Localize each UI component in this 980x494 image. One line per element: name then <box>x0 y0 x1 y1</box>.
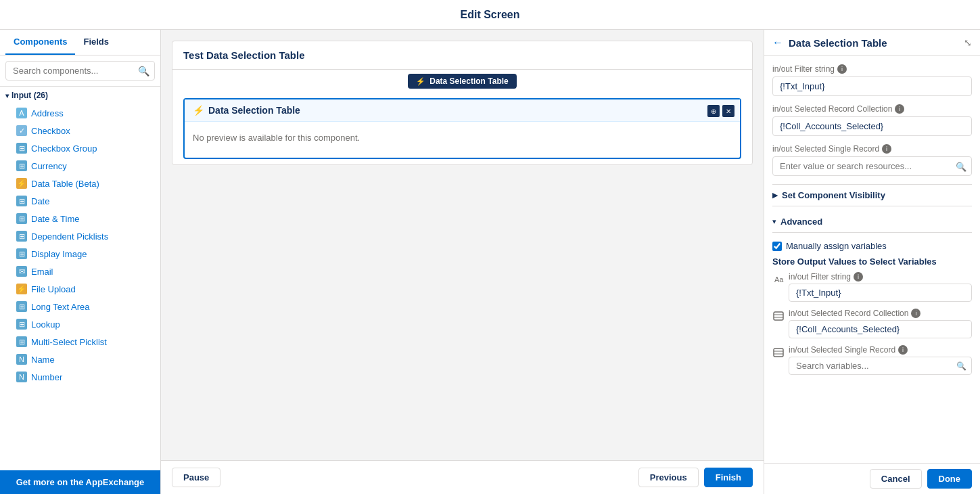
appexchange-banner[interactable]: Get more on the AppExchange <box>0 470 160 494</box>
search-container: 🔍 <box>0 55 160 87</box>
store-single-record-input[interactable] <box>789 357 972 375</box>
done-button[interactable]: Done <box>927 469 973 489</box>
component-item-dependent-picklists[interactable]: ⊞ Dependent Picklists <box>0 227 160 245</box>
filter-string-label: in/out Filter string i <box>772 64 972 74</box>
component-item-email[interactable]: ✉ Email <box>0 263 160 280</box>
cancel-button[interactable]: Cancel <box>870 469 922 489</box>
store-single-record-info-icon[interactable]: i <box>898 345 908 355</box>
component-item-data-table-beta[interactable]: ⚡ Data Table (Beta) <box>0 175 160 192</box>
component-dropzone-header: ⚡ Data Selection Table <box>185 99 740 122</box>
delete-component-icon[interactable]: ✕ <box>722 105 734 117</box>
panel-body: in/out Filter string i in/out Selected R… <box>764 56 980 463</box>
component-tab-data-selection[interactable]: ⚡ Data Selection Table <box>408 74 516 89</box>
component-tab-bar: ⚡ Data Selection Table <box>172 70 752 93</box>
panel-expand-icon[interactable]: ⤡ <box>964 37 972 48</box>
filter-string-info-icon[interactable]: i <box>837 64 847 74</box>
advanced-section-header[interactable]: ▾ Advanced <box>772 211 972 233</box>
filter-string-input[interactable] <box>772 76 972 96</box>
component-item-checkbox[interactable]: ✓ Checkbox <box>0 122 160 139</box>
no-preview-text: No preview is available for this compone… <box>185 122 740 154</box>
store-single-record-search-icon[interactable]: 🔍 <box>956 361 966 371</box>
search-icon[interactable]: 🔍 <box>138 66 149 76</box>
selected-record-collection-input[interactable] <box>772 116 972 136</box>
component-label-date: Date <box>31 196 49 206</box>
category-label: Input (26) <box>11 91 48 100</box>
store-filter-string-input[interactable] <box>789 284 972 302</box>
panel-back-button[interactable]: ← <box>772 37 783 49</box>
component-label-display-image: Display Image <box>31 249 87 259</box>
manually-assign-row: Manually assign variables <box>772 238 972 256</box>
selected-single-record-label: in/out Selected Single Record i <box>772 144 972 154</box>
previous-button[interactable]: Previous <box>638 468 699 487</box>
component-item-date-time[interactable]: ⊞ Date & Time <box>0 210 160 227</box>
store-single-record-content: in/out Selected Single Record i 🔍 <box>789 345 972 375</box>
store-record-collection-label: in/out Selected Record Collection i <box>789 309 972 318</box>
svg-rect-1 <box>774 312 783 320</box>
long-text-area-icon: ⊞ <box>16 301 27 312</box>
advanced-chevron: ▾ <box>772 217 776 226</box>
component-item-number[interactable]: N Number <box>0 368 160 386</box>
selected-record-collection-info-icon[interactable]: i <box>895 104 904 114</box>
component-label-date-time: Date & Time <box>31 214 80 224</box>
store-filter-string-type-icon: Aa <box>772 273 785 286</box>
component-tab-label: Data Selection Table <box>429 76 508 86</box>
sidebar-tabs: Components Fields <box>0 30 160 55</box>
store-record-collection-info-icon[interactable]: i <box>911 309 920 318</box>
selected-single-record-info-icon[interactable]: i <box>882 144 891 154</box>
component-item-long-text-area[interactable]: ⊞ Long Text Area <box>0 298 160 315</box>
component-item-file-upload[interactable]: ⚡ File Upload <box>0 280 160 298</box>
filter-string-field-group: in/out Filter string i <box>772 64 972 96</box>
store-single-record-label: in/out Selected Single Record i <box>789 345 972 355</box>
pause-button[interactable]: Pause <box>172 468 220 487</box>
component-label-file-upload: File Upload <box>31 284 76 294</box>
component-label-checkbox: Checkbox <box>31 126 70 136</box>
dropzone-flash-icon: ⚡ <box>193 105 204 116</box>
component-item-checkbox-group[interactable]: ⊞ Checkbox Group <box>0 139 160 157</box>
finish-button[interactable]: Finish <box>704 468 753 487</box>
component-item-display-image[interactable]: ⊞ Display Image <box>0 245 160 263</box>
set-component-visibility-title: Set Component Visibility <box>782 190 885 200</box>
store-single-record-type-icon <box>772 346 785 359</box>
manually-assign-checkbox[interactable] <box>772 242 782 251</box>
canvas-footer: Pause Previous Finish <box>161 460 764 494</box>
left-sidebar: Components Fields 🔍 ▾ Input (26) A Addre… <box>0 30 161 494</box>
component-item-currency[interactable]: ⊞ Currency <box>0 157 160 175</box>
email-icon: ✉ <box>16 266 27 277</box>
page-title: Edit Screen <box>460 9 519 21</box>
store-filter-string-row: Aa in/out Filter string i <box>772 272 972 302</box>
component-item-name[interactable]: N Name <box>0 351 160 368</box>
store-record-collection-type-icon <box>772 310 785 322</box>
display-image-icon: ⊞ <box>16 248 27 259</box>
number-icon: N <box>16 372 27 382</box>
component-item-lookup[interactable]: ⊞ Lookup <box>0 315 160 333</box>
search-input[interactable] <box>5 61 155 81</box>
multi-select-picklist-icon: ⊞ <box>16 336 27 347</box>
component-label-currency: Currency <box>31 161 67 171</box>
selected-single-record-search-icon[interactable]: 🔍 <box>956 161 966 171</box>
store-record-collection-input[interactable] <box>789 320 972 338</box>
tab-components[interactable]: Components <box>5 30 75 55</box>
component-label-name: Name <box>31 355 55 365</box>
component-item-date[interactable]: ⊞ Date <box>0 192 160 210</box>
canvas-area: Test Data Selection Table ⚡ Data Selecti… <box>161 30 764 494</box>
svg-rect-4 <box>774 349 783 357</box>
component-label-address: Address <box>31 108 64 118</box>
panel-title: Data Selection Table <box>789 37 964 49</box>
selected-single-record-input[interactable] <box>772 156 972 176</box>
category-header[interactable]: ▾ Input (26) <box>0 87 160 104</box>
drag-handle-icon[interactable]: ⊕ <box>707 105 720 117</box>
date-icon: ⊞ <box>16 196 27 206</box>
tab-fields[interactable]: Fields <box>75 30 117 55</box>
store-filter-string-info-icon[interactable]: i <box>854 272 863 282</box>
set-component-visibility-header[interactable]: ▶ Set Component Visibility <box>772 184 972 206</box>
file-upload-icon: ⚡ <box>16 284 27 294</box>
component-item-multi-select-picklist[interactable]: ⊞ Multi-Select Picklist <box>0 333 160 351</box>
component-item-address[interactable]: A Address <box>0 104 160 122</box>
component-label-email: Email <box>31 267 53 277</box>
selected-record-collection-field-group: in/out Selected Record Collection i <box>772 104 972 136</box>
component-dropzone: ⚡ Data Selection Table ⊕ ✕ No preview is… <box>183 98 741 159</box>
data-table-icon: ⚡ <box>16 178 27 189</box>
manually-assign-label: Manually assign variables <box>786 241 887 251</box>
selected-record-collection-label: in/out Selected Record Collection i <box>772 104 972 114</box>
dropzone-title: Data Selection Table <box>208 105 300 116</box>
